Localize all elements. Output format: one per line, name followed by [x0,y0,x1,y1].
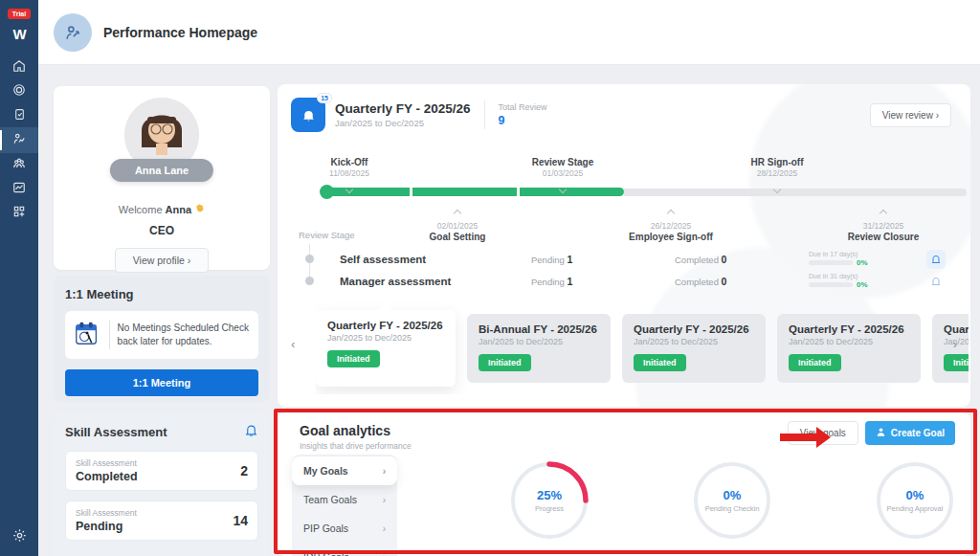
review-stage-block: Review Stage Self assessment Pending 1 C… [299,230,959,292]
divider [109,321,110,349]
tab-idp-goals[interactable]: IDP Goals› [292,543,397,556]
total-review-value: 9 [499,114,547,127]
gauge-progress: 25% Progress [507,458,591,543]
chevron-right-icon: › [383,495,386,505]
cycle-card-4[interactable]: Quarterly FY - 2025/26 Jan/2025 to Dec/2… [932,314,969,383]
gauge-pending-checkin: 0% Pending Checkin [690,458,774,543]
review-stage-label: Review Stage [299,230,959,240]
sidebar-item-settings[interactable] [0,528,38,546]
skill-assessment-title: Skill Assessment [65,425,167,439]
milestone-hr-sign-off: HR Sign-off 28/12/2025 [724,157,830,196]
goal-analytics-card: Goal analytics Insights that drive perfo… [278,412,970,556]
stage-dot-icon [305,255,314,263]
progress-bar [809,260,853,265]
view-review-button[interactable]: View review › [870,103,951,127]
sidebar-item-home[interactable] [0,56,38,79]
skill-pending-count: 14 [233,513,248,528]
review-cycles-carousel: ‹ Quarterly FY - 2025/26 Jan/2025 to Dec… [278,297,970,396]
review-cycle-range: Jan/2025 to Dec/2025 [335,118,471,128]
sidebar-item-tasks[interactable] [0,103,38,127]
meeting-card: 1:1 Meeting No Meetings Scheduled Check … [54,276,270,402]
goal-analytics-title: Goal analytics [300,423,390,438]
bell-icon[interactable] [244,423,258,441]
chevron-up-icon [880,210,887,217]
sidebar-item-target[interactable] [0,79,38,103]
milestone-review-stage: Review Stage 01/03/2025 [510,157,615,196]
profile-card: Anna Lane Welcome Anna CEO View profile … [54,86,270,270]
profile-role: CEO [54,224,270,237]
cycle-card-3[interactable]: Quarterly FY - 2025/26 Jan/2025 to Dec/2… [777,314,921,383]
home-icon [12,59,26,77]
sidebar: Trial W [0,0,38,556]
tab-pip-goals[interactable]: PIP Goals› [292,514,397,543]
carousel-prev-button[interactable]: ‹ [291,337,295,351]
stage-row-manager-assessment: Manager assessment Pending 1 Completed 0… [299,270,959,292]
chevron-right-icon: › [188,255,191,266]
app-logo[interactable]: W [12,26,25,42]
status-badge: Initiated [944,354,969,371]
cycle-card-0[interactable]: Quarterly FY - 2025/26 Jan/2025 to Dec/2… [316,310,456,387]
chevron-right-icon: › [383,523,386,534]
chevron-right-icon: › [936,110,939,121]
view-profile-button[interactable]: View profile › [115,248,210,273]
skill-row-pending[interactable]: Skill Assessment Pending 14 [65,500,258,541]
total-review-label: Total Review [499,102,547,112]
tab-my-goals[interactable]: My Goals› [292,456,397,485]
cycle-card-2[interactable]: Quarterly FY - 2025/26 Jan/2025 to Dec/2… [622,314,766,383]
status-badge: Initiated [327,350,380,367]
skill-row-completed[interactable]: Skill Assessment Completed 2 [65,451,258,491]
sidebar-item-analytics[interactable] [0,177,38,201]
meeting-title: 1:1 Meeting [65,287,258,301]
review-cycle-title: Quarterly FY - 2025/26 [335,101,471,116]
profile-name: Anna Lane [110,159,213,182]
goal-gauges: 25% Progress 0% Pending Checkin 0% Pendi… [507,458,957,543]
skill-assessment-card: Skill Assessment Skill Assessment Comple… [54,411,270,556]
chart-line-icon [12,181,26,198]
notify-bell-icon[interactable] [926,272,946,291]
divider [484,100,485,129]
chevron-down-icon [345,186,353,193]
review-overview-card: 15 Quarterly FY - 2025/26 Jan/2025 to De… [278,84,970,407]
meeting-button[interactable]: 1:1 Meeting [65,369,258,396]
goal-tabs: My Goals› Team Goals› PIP Goals› IDP Goa… [292,455,397,556]
waving-hand-icon [194,204,205,215]
sidebar-item-performance[interactable] [0,127,38,153]
status-badge: Initiated [479,354,531,371]
status-badge: Initiated [789,354,841,371]
milestone-kick-off: Kick-Off 11/08/2025 [297,157,402,196]
team-icon [12,157,26,174]
chevron-up-icon [454,210,461,217]
notify-bell-icon[interactable] [926,250,946,269]
due-progress: Due in 17 day(s) 0% [809,251,897,267]
sidebar-item-team[interactable] [0,153,38,177]
performance-homepage-icon [54,13,92,52]
page-header: Performance Homepage [38,0,980,65]
chevron-down-icon [773,186,781,193]
tab-team-goals[interactable]: Team Goals› [292,485,397,514]
person-goal-icon [876,427,886,439]
chevron-right-icon: › [383,552,386,556]
chevron-down-icon [559,186,567,193]
performance-icon [12,132,26,149]
review-badge-count: 15 [317,93,332,103]
welcome-text: Welcome Anna [54,203,270,215]
cycle-card-1[interactable]: Bi-Annual FY - 2025/26 Jan/2025 to Dec/2… [467,314,611,383]
due-progress: Due in 31 day(s) 0% [809,273,897,289]
goal-analytics-subtitle: Insights that drive performance [300,441,412,451]
sidebar-item-apps-add[interactable] [0,201,38,225]
gauge-pending-approval: 0% Pending Approval [873,458,957,543]
status-badge: Initiated [634,354,686,371]
review-bell-icon: 15 [291,98,325,132]
calendar-illustration-icon [73,319,101,351]
meeting-empty-message: No Meetings Scheduled Check back later f… [118,322,251,349]
chevron-right-icon: › [383,466,386,477]
stage-dot-icon [305,277,314,285]
create-goal-button[interactable]: Create Goal [865,421,955,445]
trial-badge: Trial [8,9,31,19]
gear-icon [12,528,27,546]
chevron-up-icon [667,210,675,217]
view-goals-button[interactable]: View goals [788,421,858,445]
carousel-next-button[interactable]: › [953,337,957,351]
timeline-segment [412,188,517,196]
clipboard-check-icon [13,107,26,124]
